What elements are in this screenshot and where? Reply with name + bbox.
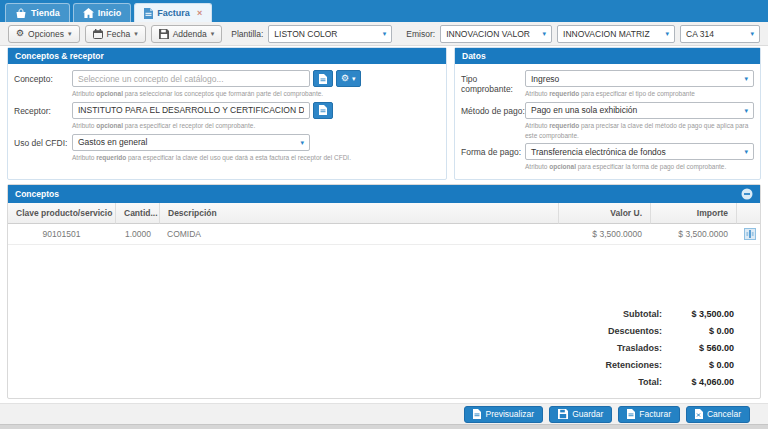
serie-select[interactable]: CA 314 ▾ <box>680 25 760 43</box>
total-value: $ 3,500.00 <box>662 309 734 319</box>
column-header-clave[interactable]: Clave producto/servicio <box>8 203 115 224</box>
cell-importe: $ 3,500.0000 <box>650 224 736 245</box>
sucursal-select[interactable]: INNOVACION MATRIZ ▾ <box>557 25 675 43</box>
totals-row-subtotal: Subtotal: $ 3,500.00 <box>8 305 734 322</box>
uso-cfdi-row: Uso del CFDI: Gastos en general ▾ Atribu… <box>14 134 440 163</box>
chevron-down-icon: ▾ <box>744 107 748 114</box>
panel-body: Concepto: ⚙ ▾ Atrib <box>8 64 446 169</box>
totals-row-total: Total: $ 4,060.00 <box>8 373 734 390</box>
emisor-select[interactable]: INNOVACION VALOR ▾ <box>440 25 552 43</box>
metodo-pago-label: Método de pago: <box>461 102 525 141</box>
fecha-label: Fecha <box>107 29 131 39</box>
datos-panel: Datos Tipo comprobante: Ingreso ▾ Atribu… <box>454 47 761 180</box>
collapse-panel-icon[interactable] <box>741 188 753 200</box>
chevron-down-icon: ▾ <box>68 30 72 37</box>
receptor-input[interactable] <box>72 102 310 119</box>
totals-row-traslados: Traslados: $ 560.00 <box>8 339 734 356</box>
metodo-pago-row: Método de pago: Pago en una sola exhibic… <box>461 102 754 141</box>
concepto-row: Concepto: ⚙ ▾ Atrib <box>14 70 440 99</box>
button-label: Cancelar <box>707 409 741 419</box>
tipo-comprobante-row: Tipo comprobante: Ingreso ▾ Atributo req… <box>461 70 754 99</box>
forma-pago-label: Forma de pago: <box>461 143 525 172</box>
button-label: Facturar <box>639 409 671 419</box>
document-icon <box>319 105 327 115</box>
receptor-row: Receptor: Atributo opcional para especif… <box>14 102 440 131</box>
total-label: Retenciones: <box>502 360 662 370</box>
concepto-label: Concepto: <box>14 70 72 99</box>
metodo-pago-help: Atributo requerido para precisar la clav… <box>525 121 754 141</box>
cell-descripcion: COMIDA <box>159 224 558 245</box>
forma-pago-select[interactable]: Transferencia electrónica de fondos ▾ <box>525 143 754 160</box>
addenda-label: Addenda <box>173 29 207 39</box>
addenda-button[interactable]: Addenda ▾ <box>151 25 223 43</box>
tab-tienda[interactable]: Tienda <box>5 3 70 22</box>
forma-pago-row: Forma de pago: Transferencia electrónica… <box>461 143 754 172</box>
panel-title: Conceptos & receptor <box>15 51 104 61</box>
emisor-label: Emisor: <box>406 29 435 39</box>
toolbar: ⚙ Opciones ▾ Fecha ▾ Addenda ▾ Plantilla… <box>0 22 768 46</box>
emisor-value: INNOVACION VALOR <box>446 29 530 39</box>
concepto-catalog-button[interactable] <box>313 70 333 87</box>
facturar-button[interactable]: Facturar <box>618 406 680 423</box>
cell-clave: 90101501 <box>8 224 115 245</box>
receptor-help: Atributo opcional para especificar el re… <box>72 121 440 131</box>
cancelar-button[interactable]: Cancelar <box>686 406 750 423</box>
panel-header: Datos <box>455 48 760 64</box>
concepto-input[interactable] <box>72 70 310 87</box>
preview-icon <box>473 409 481 419</box>
chevron-down-icon: ▾ <box>744 148 748 155</box>
metodo-pago-value: Pago en una sola exhibición <box>531 105 637 115</box>
table-header: Clave producto/servicio Cantid... Descri… <box>8 203 760 224</box>
row-detail-icon[interactable] <box>744 228 756 240</box>
previsualizar-button[interactable]: Previsualizar <box>464 406 543 423</box>
plantilla-label: Plantilla: <box>231 29 263 39</box>
receptor-catalog-button[interactable] <box>313 102 333 119</box>
chevron-down-icon: ▾ <box>543 30 547 37</box>
metodo-pago-select[interactable]: Pago en una sola exhibición ▾ <box>525 102 754 119</box>
column-header-actions <box>736 203 760 224</box>
tab-label: Inicio <box>98 8 122 18</box>
concepto-help: Atributo opcional para seleccionar los c… <box>72 89 440 99</box>
conceptos-panel: Conceptos Clave producto/servicio Cantid… <box>7 184 761 399</box>
cell-cantidad: 1.0000 <box>115 224 159 245</box>
panel-title: Datos <box>462 51 486 61</box>
concepto-settings-button[interactable]: ⚙ ▾ <box>336 70 361 87</box>
serie-value: CA 314 <box>686 29 714 39</box>
tipo-comprobante-help: Atributo requerido para especificar el t… <box>525 89 754 99</box>
column-header-cantidad[interactable]: Cantid... <box>115 203 159 224</box>
opciones-button[interactable]: ⚙ Opciones ▾ <box>8 25 80 43</box>
plantilla-value: LISTON COLOR <box>274 29 337 39</box>
table-empty-area <box>8 245 760 301</box>
plantilla-select[interactable]: LISTON COLOR ▾ <box>268 25 392 43</box>
fecha-button[interactable]: Fecha ▾ <box>85 25 146 43</box>
total-label: Total: <box>502 377 662 387</box>
tab-inicio[interactable]: Inicio <box>73 3 132 22</box>
total-value: $ 0.00 <box>662 360 734 370</box>
uso-cfdi-select[interactable]: Gastos en general ▾ <box>72 134 310 151</box>
tab-factura[interactable]: Factura × <box>134 3 212 22</box>
store-icon <box>15 8 27 19</box>
panel-header: Conceptos & receptor <box>8 48 446 64</box>
receptor-label: Receptor: <box>14 102 72 131</box>
table-row[interactable]: 90101501 1.0000 COMIDA $ 3,500.0000 $ 3,… <box>8 224 760 245</box>
close-tab-icon[interactable]: × <box>197 9 202 18</box>
tipo-comprobante-label: Tipo comprobante: <box>461 70 525 99</box>
panel-title: Conceptos <box>15 189 59 199</box>
uso-cfdi-help: Atributo requerido para especificar la c… <box>72 153 440 163</box>
uso-cfdi-value: Gastos en general <box>78 137 147 147</box>
column-header-valor-u[interactable]: Valor U. <box>558 203 650 224</box>
tab-label: Tienda <box>31 8 60 18</box>
form-panels: Conceptos & receptor Concepto: ⚙ <box>0 46 768 180</box>
guardar-button[interactable]: Guardar <box>549 406 612 423</box>
totals-block: Subtotal: $ 3,500.00 Descuentos: $ 0.00 … <box>8 301 760 398</box>
conceptos-receptor-panel: Conceptos & receptor Concepto: ⚙ <box>7 47 447 180</box>
save-icon <box>159 29 169 39</box>
column-header-descripcion[interactable]: Descripción <box>159 203 558 224</box>
chevron-down-icon: ▾ <box>211 30 215 37</box>
save-icon <box>558 409 568 419</box>
column-header-importe[interactable]: Importe <box>650 203 736 224</box>
tipo-comprobante-select[interactable]: Ingreso ▾ <box>525 70 754 87</box>
gear-icon: ⚙ <box>16 29 24 38</box>
chevron-down-icon: ▾ <box>134 30 138 37</box>
sucursal-value: INNOVACION MATRIZ <box>563 29 650 39</box>
